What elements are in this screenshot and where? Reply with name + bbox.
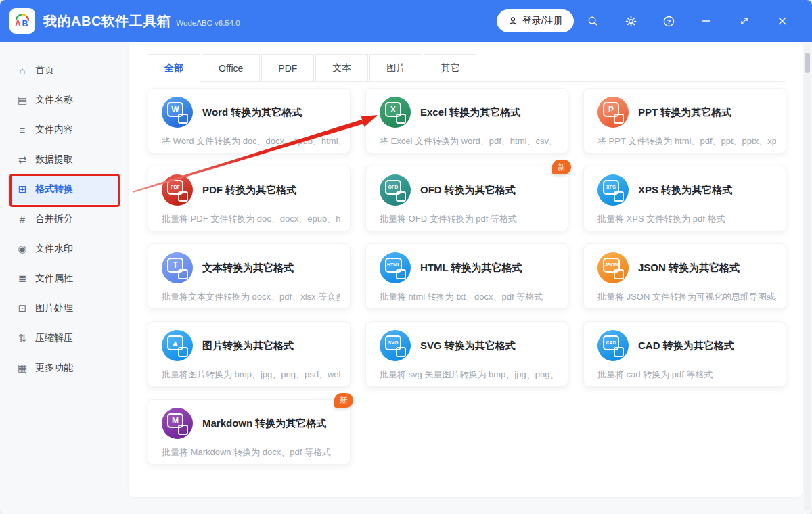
format-icon: X (380, 97, 411, 128)
tool-card[interactable]: JSON JSON 转换为其它格式 批量将 JSON 文件转换为可视化的思维导图… (583, 243, 786, 309)
scrollbar-track[interactable] (804, 43, 811, 511)
app-logo: A B (9, 8, 35, 34)
tool-card[interactable]: PDF PDF 转换为其它格式 批量将 PDF 文件转换为 doc、docx、e… (148, 166, 351, 231)
login-button[interactable]: 登录/注册 (497, 9, 574, 32)
minimize-icon (700, 15, 713, 27)
sidebar-item[interactable]: ⊞ 格式转换 (8, 174, 120, 204)
tool-card[interactable]: T 文本转换为其它格式 批量将文本文件转换为 docx、pdf、xlsx 等众多… (148, 243, 351, 309)
card-title: Markdown 转换为其它格式 (202, 417, 326, 430)
card-description: 将 PPT 文件转换为 html、pdf、ppt、pptx、xps 等格式 (597, 135, 776, 147)
sidebar-item-label: 文件水印 (35, 243, 73, 255)
sidebar-item[interactable]: # 合并拆分 (8, 204, 120, 234)
user-icon (508, 16, 518, 26)
sidebar-item-icon: ⊡ (16, 302, 28, 314)
sidebar-item-label: 文件属性 (35, 273, 73, 285)
convert-motif-icon (178, 191, 188, 202)
card-title: CAD 转换为其它格式 (638, 340, 734, 352)
card-header: JSON JSON 转换为其它格式 (597, 251, 776, 285)
sidebar-item-icon: ≡ (16, 124, 28, 136)
sidebar-item-icon: ≣ (16, 273, 28, 285)
sidebar-item-icon: ⇄ (16, 154, 28, 166)
sidebar-item[interactable]: ◉ 文件水印 (8, 234, 120, 264)
sidebar: ⌂ 首页 ▤ 文件名称 ≡ 文件内容 ⇄ 数据提取 ⊞ 格式转换 # 合并拆分 … (0, 42, 129, 514)
convert-motif-icon (178, 269, 188, 279)
sidebar-item-icon: ◉ (16, 243, 28, 255)
new-badge: 新 (334, 393, 353, 408)
tool-card[interactable]: M Markdown 转换为其它格式 批量将 Markdown 转换为 docx… (148, 399, 351, 465)
svg-text:B: B (22, 19, 28, 28)
card-description: 批量将图片转换为 bmp、jpg、png、psd、webp、 (162, 369, 340, 381)
maximize-button[interactable] (725, 7, 763, 34)
card-header: W Word 转换为其它格式 (162, 95, 340, 129)
card-title: Excel 转换为其它格式 (420, 106, 520, 119)
card-title: JSON 转换为其它格式 (638, 262, 740, 275)
tool-card[interactable]: XPS XPS 转换为其它格式 批量将 XPS 文件转换为 pdf 格式 (583, 166, 786, 231)
format-icon: P (597, 97, 629, 128)
svg-text:A: A (15, 19, 21, 28)
format-icon: CAD (597, 330, 629, 361)
format-icon: W (162, 97, 193, 128)
sidebar-item-label: 格式转换 (35, 183, 73, 195)
tool-card[interactable]: HTML HTML 转换为其它格式 批量将 html 转换为 txt、docx、… (365, 243, 568, 309)
tab[interactable]: 其它 (424, 54, 476, 81)
convert-motif-icon (178, 425, 188, 435)
card-title: XPS 转换为其它格式 (638, 184, 732, 197)
card-title: SVG 转换为其它格式 (420, 340, 516, 352)
settings-button[interactable] (612, 7, 650, 34)
sidebar-item-icon: ⌂ (16, 65, 28, 76)
tool-card[interactable]: SVG SVG 转换为其它格式 批量将 svg 矢量图片转换为 bmp、jpg、… (365, 321, 568, 387)
convert-motif-icon (178, 114, 188, 124)
tool-card[interactable]: W Word 转换为其它格式 将 Word 文件转换为 doc、docx、epu… (148, 88, 351, 154)
sidebar-item[interactable]: ▦ 更多功能 (8, 353, 120, 383)
card-description: 批量将 OFD 文件转换为 pdf 等格式 (380, 213, 558, 225)
login-label: 登录/注册 (522, 15, 563, 27)
format-icon: XPS (597, 174, 629, 206)
search-button[interactable] (574, 7, 612, 34)
card-description: 批量将 svg 矢量图片转换为 bmp、jpg、png、docx (380, 369, 558, 381)
card-description: 将 Excel 文件转换为 word、pdf、html、csv、txt、s (380, 135, 558, 147)
sidebar-item[interactable]: ⇄ 数据提取 (8, 145, 120, 174)
sidebar-item-label: 压缩解压 (35, 332, 73, 344)
sidebar-item[interactable]: ≡ 文件内容 (8, 115, 120, 145)
card-header: PDF PDF 转换为其它格式 (162, 173, 340, 207)
tool-card[interactable]: OFD OFD 转换为其它格式 批量将 OFD 文件转换为 pdf 等格式 新 (365, 166, 568, 231)
tool-card[interactable]: ▲ 图片转换为其它格式 批量将图片转换为 bmp、jpg、png、psd、web… (148, 321, 351, 387)
tab[interactable]: 图片 (369, 54, 422, 81)
scrollbar-thumb[interactable] (805, 53, 810, 73)
card-description: 批量将 JSON 文件转换为可视化的思维导图或其它格式 (597, 291, 776, 303)
tab[interactable]: 文本 (315, 54, 368, 81)
titlebar: A B 我的ABC软件工具箱 WodeABC v6.54.0 登录/注册 (0, 0, 812, 42)
card-description: 将 Word 文件转换为 doc、docx、epub、html、pdf (162, 135, 340, 147)
convert-motif-icon (614, 347, 624, 357)
sidebar-item[interactable]: ≣ 文件属性 (8, 264, 120, 294)
tab[interactable]: PDF (261, 54, 314, 81)
tab[interactable]: 全部 (148, 54, 200, 81)
app-window: A B 我的ABC软件工具箱 WodeABC v6.54.0 登录/注册 (0, 0, 812, 514)
card-description: 批量将 cad 转换为 pdf 等格式 (597, 369, 776, 381)
tool-card[interactable]: CAD CAD 转换为其它格式 批量将 cad 转换为 pdf 等格式 (583, 321, 786, 387)
minimize-button[interactable] (687, 7, 725, 34)
card-title: OFD 转换为其它格式 (420, 184, 516, 197)
card-title: Word 转换为其它格式 (202, 106, 302, 119)
sidebar-item-label: 更多功能 (35, 362, 73, 374)
tab-label: PDF (278, 63, 297, 74)
close-button[interactable] (763, 7, 801, 34)
category-tabs: 全部 Office PDF 文本 图片 其它 (148, 54, 785, 82)
card-header: M Markdown 转换为其它格式 (162, 406, 340, 440)
sidebar-item-label: 合并拆分 (35, 213, 73, 225)
svg-text:?: ? (667, 17, 671, 24)
sidebar-item[interactable]: ⌂ 首页 (8, 55, 120, 85)
sidebar-item[interactable]: ⇅ 压缩解压 (8, 323, 120, 353)
tab-label: 其它 (441, 62, 459, 74)
tab-label: 图片 (386, 62, 405, 74)
tab[interactable]: Office (202, 54, 260, 81)
tool-card[interactable]: X Excel 转换为其它格式 将 Excel 文件转换为 word、pdf、h… (365, 88, 568, 154)
sidebar-item[interactable]: ▤ 文件名称 (8, 85, 120, 115)
card-title: PDF 转换为其它格式 (202, 184, 296, 197)
sidebar-item-label: 文件内容 (35, 124, 73, 136)
tool-card[interactable]: P PPT 转换为其它格式 将 PPT 文件转换为 html、pdf、ppt、p… (583, 88, 786, 154)
sidebar-item-label: 文件名称 (35, 94, 73, 106)
card-header: CAD CAD 转换为其它格式 (597, 329, 776, 363)
help-button[interactable]: ? (650, 7, 687, 34)
sidebar-item[interactable]: ⊡ 图片处理 (8, 294, 120, 323)
